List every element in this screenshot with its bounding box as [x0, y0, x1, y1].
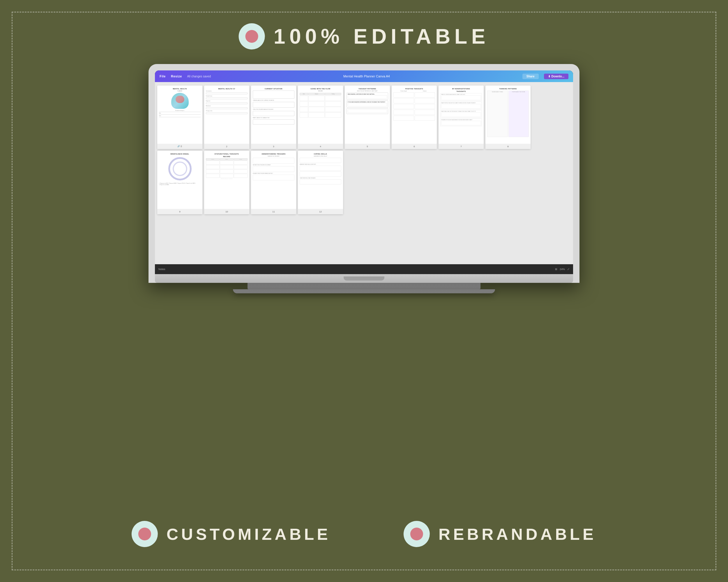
save-status: All changes saved — [187, 75, 211, 78]
download-button[interactable]: ⬇ Downlo... — [544, 74, 568, 79]
page-2[interactable]: MENTAL HEALTH CV Life situation Family h… — [204, 86, 249, 149]
page-num-6: 6 — [392, 144, 437, 149]
page-num-1: 🔗 🗑 — [157, 144, 202, 149]
mindfulness-wheel — [168, 157, 191, 181]
customizable-badge: CUSTOMIZABLE — [132, 521, 331, 547]
laptop-stand — [248, 283, 480, 289]
top-badge-circle — [239, 23, 265, 50]
laptop-notch — [344, 276, 384, 280]
canvas-area: MENTAL HEALTH PLANNER This planner belon… — [155, 82, 573, 264]
bottom-badges: CUSTOMIZABLE REBRANDABLE — [132, 521, 596, 547]
page-num-9: 9 — [157, 209, 202, 214]
page-num-12: 12 — [298, 209, 343, 214]
laptop-body: File Resize All changes saved Mental Hea… — [149, 64, 579, 283]
page-8[interactable]: THINKING PATTERNS NEGATIVE ABOUT THINGS … — [486, 86, 530, 149]
page-num-10: 10 — [204, 209, 249, 214]
canva-toolbar: File Resize All changes saved Mental Hea… — [155, 71, 573, 82]
grid-icon: ⊞ — [555, 268, 557, 271]
page-num-4: 4 — [298, 144, 343, 149]
page-num-2: 2 — [204, 144, 249, 149]
page-num-5: 5 — [345, 144, 390, 149]
resize-menu[interactable]: Resize — [171, 75, 182, 78]
rebrandable-circle — [404, 521, 430, 547]
page-4[interactable]: GOING WITH THE FLOW RECORD Date Situatio… — [298, 86, 343, 149]
download-icon: ⬇ — [548, 75, 550, 78]
page-12[interactable]: COPING SKILLS WHAT ARE MY COPING SKILLS?… — [298, 151, 343, 214]
file-menu[interactable]: File — [160, 75, 166, 78]
notes-label[interactable]: Notes — [158, 268, 165, 271]
customizable-circle — [132, 521, 158, 547]
zoom-level: 24% — [560, 268, 565, 271]
page-6[interactable]: POSITIVE THOUGHTS Positive thought — [392, 86, 437, 149]
bottom-toolbar: Notes ⊞ 24% ⤢ — [155, 264, 573, 274]
brain-image — [171, 93, 189, 109]
top-badge-dot — [245, 30, 258, 43]
page-num-11: 11 — [251, 209, 296, 214]
laptop-base — [155, 274, 573, 283]
top-badge-title: 100% EDITABLE — [274, 24, 490, 48]
laptop-wrapper: File Resize All changes saved Mental Hea… — [149, 64, 579, 293]
page-7[interactable]: MY MANIFESTATIONS THOUGHTS WHAT DO I DES… — [439, 86, 484, 149]
customizable-title: CUSTOMIZABLE — [166, 525, 331, 544]
rebrandable-title: REBRANDABLE — [439, 525, 596, 544]
rebrandable-badge: REBRANDABLE — [404, 521, 596, 547]
share-button[interactable]: Share — [522, 74, 539, 79]
page-num-7: 7 — [439, 144, 484, 149]
laptop-foot — [233, 289, 495, 293]
top-badge: 100% EDITABLE — [239, 23, 490, 50]
rebrandable-dot — [410, 528, 423, 541]
page-10[interactable]: DYSFUNCTIONAL THOUGHTS RECORD Situation … — [204, 151, 249, 214]
fullscreen-icon[interactable]: ⤢ — [567, 268, 570, 271]
page-11[interactable]: UNDERSTANDING TRIGGERS WHAT ARE THE TRIG… — [251, 151, 296, 214]
page-num-3: 3 — [251, 144, 296, 149]
zoom-controls: ⊞ 24% ⤢ — [555, 268, 570, 271]
page-num-8: 8 — [486, 144, 530, 149]
page-9[interactable]: MINDFULNESS WHEEL 1. Things you can SEE … — [157, 151, 202, 214]
page-3[interactable]: CURRENT SITUATION THINKING ABOUT MY CURR… — [251, 86, 296, 149]
customizable-dot — [138, 528, 151, 541]
laptop-screen: File Resize All changes saved Mental Hea… — [155, 71, 573, 274]
page-5[interactable]: THOUGHT PATTERNS WHICH THOUGHT PATTERNS … — [345, 86, 390, 149]
page-1[interactable]: MENTAL HEALTH PLANNER This planner belon… — [157, 86, 202, 149]
doc-title: Mental Health Planner Canva A4 — [343, 75, 390, 78]
